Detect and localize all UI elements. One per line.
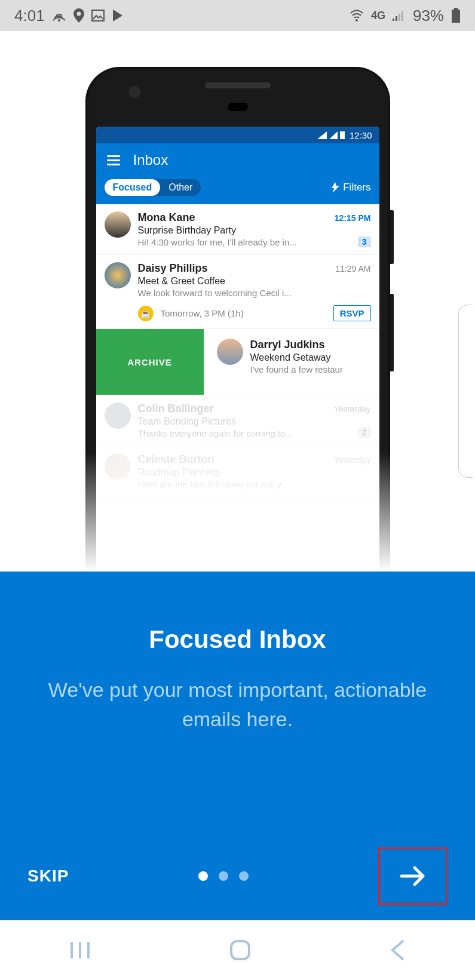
subject: Meet & Greet Coffee <box>138 276 371 287</box>
svg-rect-7 <box>402 11 403 21</box>
svg-point-0 <box>58 19 60 21</box>
page-dot <box>239 871 249 881</box>
calendar-icon: ☕ <box>138 306 154 321</box>
subject: Weekend Getaway <box>250 352 373 363</box>
svg-rect-9 <box>452 10 460 23</box>
play-store-icon <box>112 9 124 22</box>
svg-rect-10 <box>340 131 345 139</box>
avatar <box>105 403 131 429</box>
recents-button[interactable] <box>68 939 92 961</box>
onboarding-subtitle: We've put your most important, actionabl… <box>24 675 451 735</box>
image-icon <box>91 10 105 21</box>
archive-action[interactable]: ARCHIVE <box>96 329 204 395</box>
email-time: 11:29 AM <box>335 264 370 274</box>
preview-line: I've found a few restaur <box>250 364 373 374</box>
sender: Daisy Phillips <box>138 262 208 275</box>
email-list[interactable]: Mona Kane 12:15 PM Surprise Birthday Par… <box>96 204 379 572</box>
avatar <box>105 453 131 480</box>
wifi-calling-icon <box>52 10 66 21</box>
sender: Colin Ballinger <box>138 403 214 415</box>
svg-point-3 <box>356 19 358 21</box>
inbox-header: Inbox Focused Other Filters <box>96 143 379 204</box>
event-time: Tomorrow, 3 PM (1h) <box>161 308 244 318</box>
preview-line: We look forward to welcoming Cecil i... <box>138 288 371 298</box>
clock-text: 4:01 <box>14 7 45 25</box>
location-icon <box>73 8 84 23</box>
back-button[interactable] <box>389 938 407 962</box>
email-item[interactable]: Daisy Phillips 11:29 AM Meet & Greet Cof… <box>96 255 379 329</box>
network-type: 4G <box>371 10 385 22</box>
subject: Roadmap Planning <box>138 467 371 478</box>
count-badge: 2 <box>358 427 371 438</box>
device-side-panel <box>458 305 473 478</box>
mock-status-bar: 12:30 <box>96 127 379 143</box>
email-time: Yesterday <box>334 404 371 414</box>
subject: Team Bonding Pictures <box>138 416 371 427</box>
email-time: Yesterday <box>334 455 371 465</box>
page-dot <box>198 871 208 881</box>
skip-button[interactable]: SKIP <box>27 867 69 886</box>
soft-nav-bar <box>0 920 475 980</box>
mock-clock: 12:30 <box>350 130 372 140</box>
subject: Surprise Birthday Party <box>138 225 371 236</box>
phone-mockup: 12:30 Inbox Focused Other Filters <box>85 67 390 572</box>
svg-rect-5 <box>396 16 397 21</box>
avatar <box>217 339 243 365</box>
tab-other[interactable]: Other <box>160 179 201 196</box>
preview-line: Thanks everyone again for coming to... <box>138 428 353 438</box>
svg-rect-4 <box>393 19 394 21</box>
onboarding-panel: Focused Inbox We've put your most import… <box>0 572 475 920</box>
tab-focused[interactable]: Focused <box>105 179 161 196</box>
email-time: 12:15 PM <box>335 213 371 223</box>
battery-text: 93% <box>413 7 444 25</box>
preview-line: Here are the files following our call y <box>138 479 371 489</box>
svg-point-1 <box>76 12 81 16</box>
count-badge: 3 <box>358 236 371 247</box>
page-dot <box>219 871 228 881</box>
device-status-bar: 4:01 4G 93% <box>0 0 475 31</box>
sender: Darryl Judkins <box>250 339 373 351</box>
svg-rect-6 <box>399 14 400 21</box>
sender: Mona Kane <box>138 211 195 224</box>
page-indicator <box>198 871 249 881</box>
avatar <box>105 211 131 238</box>
email-item[interactable]: Celeste Burton Yesterday Roadmap Plannin… <box>96 446 379 497</box>
email-item[interactable]: Colin Ballinger Yesterday Team Bonding P… <box>96 395 379 446</box>
preview-line: Hi! 4:30 works for me, I'll already be i… <box>138 237 353 247</box>
avatar <box>105 262 131 288</box>
battery-icon <box>451 8 461 23</box>
next-button[interactable] <box>378 847 448 905</box>
email-item-swiped[interactable]: ARCHIVE Darryl Judkins Weekend Getaway I… <box>96 329 379 395</box>
sender: Celeste Burton <box>138 453 214 466</box>
rsvp-button[interactable]: RSVP <box>333 305 371 321</box>
wifi-icon <box>350 10 364 21</box>
svg-rect-14 <box>231 941 249 959</box>
onboarding-title: Focused Inbox <box>149 625 326 654</box>
filters-button[interactable]: Filters <box>332 182 370 193</box>
email-item[interactable]: Mona Kane 12:15 PM Surprise Birthday Par… <box>96 204 379 255</box>
inbox-title: Inbox <box>133 152 168 168</box>
inbox-tabs[interactable]: Focused Other <box>105 179 201 196</box>
hamburger-icon[interactable] <box>107 155 120 165</box>
svg-rect-8 <box>454 8 458 10</box>
onboarding-preview: 12:30 Inbox Focused Other Filters <box>0 31 475 572</box>
signal-icon <box>393 10 406 21</box>
home-button[interactable] <box>228 938 252 962</box>
